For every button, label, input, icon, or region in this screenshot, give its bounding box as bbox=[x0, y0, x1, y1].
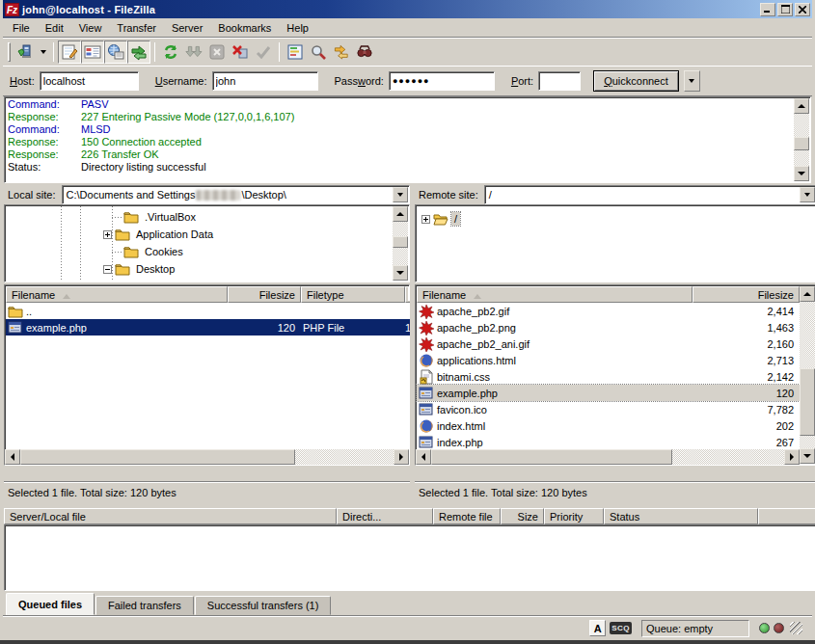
menu-bookmarks[interactable]: Bookmarks bbox=[210, 19, 279, 37]
expand-plus-icon[interactable] bbox=[103, 230, 112, 239]
menu-view[interactable]: View bbox=[71, 19, 110, 37]
quickconnect-dropdown[interactable] bbox=[684, 70, 700, 92]
remote-hscrollbar[interactable] bbox=[416, 449, 800, 465]
toggle-local-tree-button[interactable] bbox=[81, 40, 104, 64]
scroll-left-icon[interactable] bbox=[416, 449, 431, 465]
remote-directory-tree[interactable]: / bbox=[415, 204, 815, 282]
tab-queued-files[interactable]: Queued files bbox=[6, 593, 95, 615]
column-header-filesize[interactable]: Filesize bbox=[228, 286, 301, 303]
remote-pane: Remote site: / / bbox=[415, 185, 815, 282]
log-scrollbar[interactable] bbox=[794, 98, 809, 181]
maximize-button[interactable] bbox=[777, 3, 793, 16]
minimize-button[interactable] bbox=[760, 3, 775, 16]
scroll-down-icon[interactable] bbox=[800, 448, 815, 464]
local-site-dropdown[interactable] bbox=[393, 187, 408, 202]
directory-comparison-button[interactable] bbox=[307, 40, 330, 64]
toggle-remote-tree-button[interactable] bbox=[104, 40, 127, 64]
scroll-down-icon[interactable] bbox=[794, 166, 809, 181]
scroll-right-icon[interactable] bbox=[784, 449, 800, 465]
find-files-button[interactable] bbox=[353, 40, 376, 64]
refresh-icon bbox=[162, 43, 179, 61]
remote-site-combo[interactable]: / bbox=[484, 185, 815, 204]
menu-server[interactable]: Server bbox=[164, 19, 210, 37]
queue-column-direction[interactable]: Directi... bbox=[337, 508, 433, 524]
tab-successful-transfers[interactable]: Successful transfers (1) bbox=[195, 596, 332, 615]
expand-plus-icon[interactable] bbox=[421, 215, 430, 224]
cancel-operation-button[interactable] bbox=[205, 40, 229, 64]
file-row[interactable]: apache_pb2.gif2,414 bbox=[417, 303, 800, 319]
local-tree-scrollbar[interactable] bbox=[393, 206, 408, 281]
queue-column-remote-file[interactable]: Remote file bbox=[433, 508, 501, 524]
scroll-down-icon[interactable] bbox=[393, 265, 408, 281]
column-header-filename[interactable]: Filename bbox=[6, 286, 228, 303]
scroll-right-icon[interactable] bbox=[394, 449, 409, 465]
resize-grip[interactable] bbox=[790, 622, 802, 634]
quickconnect-button[interactable]: Quickconnect bbox=[593, 70, 679, 92]
toggle-queue-button[interactable] bbox=[127, 40, 150, 64]
column-header-filetype[interactable]: Filetype bbox=[301, 286, 405, 303]
username-input[interactable] bbox=[212, 71, 318, 91]
remote-list-scrollbar[interactable] bbox=[800, 286, 815, 464]
remote-site-dropdown[interactable] bbox=[800, 187, 815, 202]
menu-transfer[interactable]: Transfer bbox=[109, 19, 164, 37]
toolbar-grip[interactable] bbox=[8, 42, 11, 62]
queue-list-area[interactable] bbox=[4, 524, 815, 591]
scroll-up-icon[interactable] bbox=[794, 98, 809, 114]
transfer-type-indicator[interactable]: A bbox=[589, 620, 606, 636]
synchronized-browsing-button[interactable] bbox=[330, 40, 353, 64]
file-row[interactable]: bitnami.css2,142 bbox=[417, 368, 800, 385]
queue-column-priority[interactable]: Priority bbox=[544, 508, 604, 524]
collapse-minus-icon[interactable] bbox=[103, 265, 112, 274]
password-input[interactable] bbox=[389, 71, 495, 91]
firefox-icon bbox=[419, 353, 434, 368]
reconnect-button[interactable] bbox=[252, 40, 275, 64]
column-header-filesize[interactable]: Filesize bbox=[693, 286, 800, 303]
site-manager-dropdown[interactable] bbox=[37, 41, 49, 63]
local-site-combo[interactable]: C:\Documents and Settings\Desktop\ bbox=[62, 185, 410, 204]
tree-item-cookies[interactable]: Cookies bbox=[112, 243, 186, 260]
local-hscrollbar[interactable] bbox=[5, 449, 409, 465]
close-button[interactable] bbox=[795, 3, 810, 16]
filter-button[interactable] bbox=[284, 40, 307, 64]
toggle-log-button[interactable] bbox=[58, 40, 81, 64]
column-header-filename[interactable]: Filename bbox=[417, 286, 693, 303]
disconnect-button[interactable] bbox=[229, 40, 252, 64]
process-queue-icon bbox=[185, 43, 203, 61]
file-row[interactable]: index.php267 bbox=[417, 434, 800, 450]
menu-file[interactable]: File bbox=[5, 19, 38, 37]
file-row-example-php[interactable]: example.php120 bbox=[417, 385, 800, 401]
file-row[interactable]: apache_pb2.png1,463 bbox=[417, 319, 800, 335]
file-row-parent-dir[interactable]: .. bbox=[6, 303, 410, 319]
css-icon bbox=[419, 369, 434, 385]
tree-item-root[interactable]: / bbox=[421, 210, 460, 228]
sort-asc-icon bbox=[63, 290, 70, 299]
process-queue-button[interactable] bbox=[182, 40, 205, 64]
menu-bar: File Edit View Transfer Server Bookmarks… bbox=[3, 18, 812, 39]
tree-item-application-data[interactable]: Application Data bbox=[103, 226, 216, 243]
menu-edit[interactable]: Edit bbox=[38, 19, 71, 37]
tree-item-desktop[interactable]: Desktop bbox=[103, 260, 177, 278]
queue-column-server-local[interactable]: Server/Local file bbox=[4, 508, 337, 524]
tree-item-virtualbox[interactable]: .VirtualBox bbox=[112, 208, 199, 226]
file-row[interactable]: apache_pb2_ani.gif2,160 bbox=[417, 335, 800, 352]
file-row[interactable]: favicon.ico7,782 bbox=[417, 401, 800, 417]
port-input[interactable] bbox=[538, 71, 581, 91]
scroll-up-icon[interactable] bbox=[800, 286, 815, 302]
scroll-left-icon[interactable] bbox=[5, 449, 20, 465]
scroll-up-icon[interactable] bbox=[393, 206, 408, 222]
file-row[interactable]: applications.html2,713 bbox=[417, 352, 800, 368]
queue-column-size[interactable]: Size bbox=[501, 508, 544, 524]
site-manager-button[interactable] bbox=[14, 40, 37, 64]
file-row-example-php[interactable]: example.php 120 PHP File 1 bbox=[6, 319, 410, 335]
local-directory-tree[interactable]: .VirtualBox Application Data Cookies Des… bbox=[4, 204, 410, 282]
queue-column-status[interactable]: Status bbox=[604, 508, 758, 524]
tab-failed-transfers[interactable]: Failed transfers bbox=[95, 596, 194, 615]
host-input[interactable] bbox=[40, 71, 139, 91]
file-row[interactable]: index.html202 bbox=[417, 417, 800, 434]
apache-icon bbox=[419, 320, 434, 335]
sort-asc-icon bbox=[474, 290, 481, 299]
refresh-button[interactable] bbox=[159, 40, 182, 64]
speedlimit-badge[interactable]: SCQ bbox=[610, 622, 632, 634]
menu-help[interactable]: Help bbox=[279, 19, 316, 37]
titlebar[interactable]: Fz john@localhost - FileZilla bbox=[3, 0, 812, 18]
